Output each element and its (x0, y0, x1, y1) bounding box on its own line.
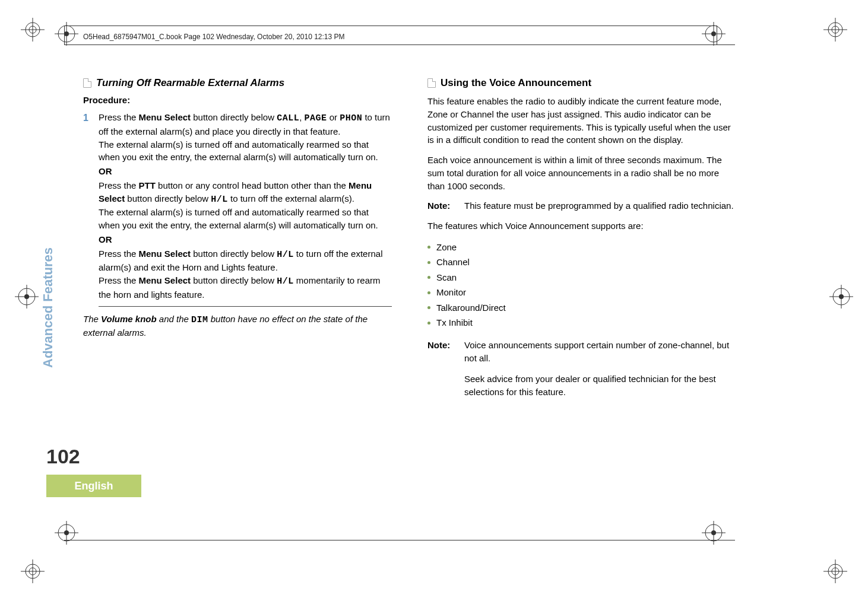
document-icon (83, 78, 91, 88)
step-body: Press the Menu Select button directly be… (99, 111, 392, 301)
code-hl: H/L (277, 276, 294, 287)
note-block: Note: Voice announcements support certai… (427, 339, 736, 399)
bullet-icon (427, 306, 430, 309)
bullet-icon (427, 276, 430, 279)
reg-mark-icon (21, 559, 45, 583)
text: to turn off the external alarm(s). (228, 193, 354, 203)
text: button directly below (191, 275, 277, 285)
bullet-text: Scan (436, 270, 457, 285)
paragraph: Each voice announcement is within a limi… (427, 154, 736, 192)
ptt-label: PTT (139, 180, 156, 190)
menu-select-label: Menu Select (139, 249, 191, 259)
page-content: Turning Off Rearmable External Alarms Pr… (83, 77, 736, 492)
code-hl: H/L (277, 250, 294, 260)
reg-mark-icon (823, 18, 847, 42)
reg-mark-icon (823, 559, 847, 583)
note-label: Note: (427, 339, 456, 399)
section-label-vertical: Advanced Features (40, 247, 56, 368)
reg-mark-icon (15, 285, 39, 309)
left-column: Turning Off Rearmable External Alarms Pr… (83, 77, 392, 492)
text: or (327, 112, 340, 122)
paragraph: This feature enables the radio to audibl… (427, 95, 736, 147)
code-hl: H/L (211, 195, 228, 205)
left-section-title: Turning Off Rearmable External Alarms (83, 77, 392, 89)
code-page: PAGE (305, 113, 327, 123)
text: The external alarm(s) is turned off and … (99, 206, 392, 232)
left-title-text: Turning Off Rearmable External Alarms (96, 77, 284, 89)
procedure-label: Procedure: (83, 95, 392, 105)
text: , (299, 112, 304, 122)
reg-mark-icon (55, 521, 78, 545)
list-item: Channel (427, 255, 736, 270)
text: The external alarm(s) is turned off and … (99, 138, 392, 164)
bullet-icon (427, 291, 430, 294)
code-phon: PHON (340, 113, 362, 123)
running-header: O5Head_6875947M01_C.book Page 102 Wednes… (83, 33, 345, 41)
footer-note: The Volume knob and the DIM button have … (83, 313, 392, 340)
text: Press the (99, 249, 139, 259)
reg-mark-icon (21, 18, 45, 42)
code-call: CALL (277, 113, 299, 123)
reg-mark-icon (829, 285, 853, 309)
text: button or any control head button other … (156, 180, 349, 190)
menu-select-label: Menu Select (139, 112, 191, 122)
text: button directly below (191, 249, 277, 259)
procedure-step: 1 Press the Menu Select button directly … (83, 111, 392, 301)
note-text: Voice announcements support certain numb… (464, 339, 736, 365)
crop-line (64, 44, 735, 45)
bullet-icon (427, 246, 430, 249)
or-separator: OR (99, 233, 392, 246)
bullet-text: Zone (436, 240, 457, 255)
note-text-group: Voice announcements support certain numb… (464, 339, 736, 399)
list-item: Talkaround/Direct (427, 300, 736, 316)
bullet-icon (427, 322, 430, 325)
note-text: Seek advice from your dealer or qualifie… (464, 373, 736, 399)
right-title-text: Using the Voice Announcement (441, 77, 591, 89)
step-separator-line (99, 306, 392, 307)
bullet-text: Channel (436, 255, 470, 270)
text: The (83, 314, 101, 324)
list-item: Zone (427, 240, 736, 255)
list-item: Scan (427, 270, 736, 285)
note-label: Note: (427, 199, 456, 212)
bullet-text: Talkaround/Direct (436, 300, 506, 316)
page-number: 102 (46, 445, 80, 468)
menu-select-label: Menu Select (139, 275, 191, 285)
step-number: 1 (83, 111, 91, 301)
right-section-title: Using the Voice Announcement (427, 77, 736, 89)
text: Press the (99, 275, 139, 285)
note-block: Note: This feature must be preprogrammed… (427, 199, 736, 212)
text: button directly below (191, 112, 277, 122)
reg-mark-icon (702, 521, 726, 545)
bullet-text: Tx Inhibit (436, 315, 473, 330)
code-dim: DIM (191, 315, 208, 325)
bullet-text: Monitor (436, 285, 466, 300)
bullet-icon (427, 261, 430, 264)
list-item: Monitor (427, 285, 736, 300)
note-text: This feature must be preprogrammed by a … (464, 199, 734, 212)
list-item: Tx Inhibit (427, 315, 736, 330)
paragraph: The features which Voice Announcement su… (427, 220, 736, 233)
text: button directly below (125, 193, 211, 203)
text: Press the (99, 112, 139, 122)
text: Press the (99, 180, 139, 190)
text: and the (157, 314, 191, 324)
or-separator: OR (99, 165, 392, 178)
feature-bullet-list: Zone Channel Scan Monitor Talkaround/Dir… (427, 240, 736, 330)
crop-line (64, 540, 735, 540)
right-column: Using the Voice Announcement This featur… (427, 77, 736, 492)
volume-knob-label: Volume knob (101, 314, 157, 324)
document-icon (427, 78, 436, 88)
